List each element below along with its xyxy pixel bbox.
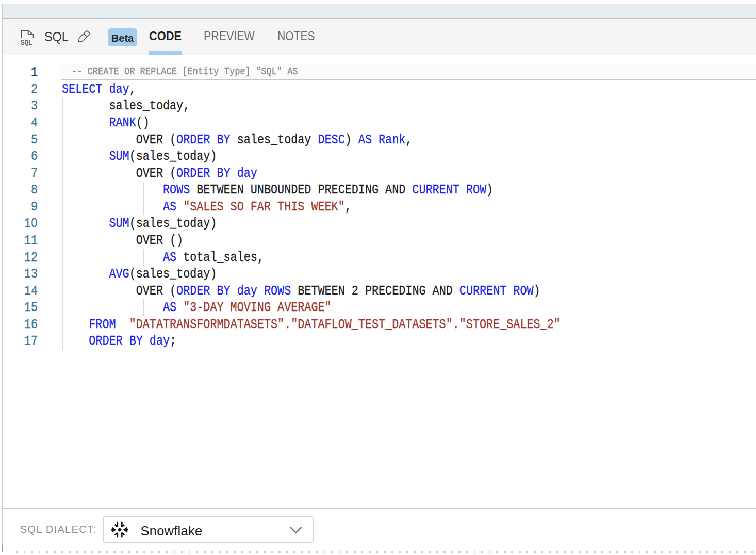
svg-text:SQL: SQL (21, 39, 32, 46)
